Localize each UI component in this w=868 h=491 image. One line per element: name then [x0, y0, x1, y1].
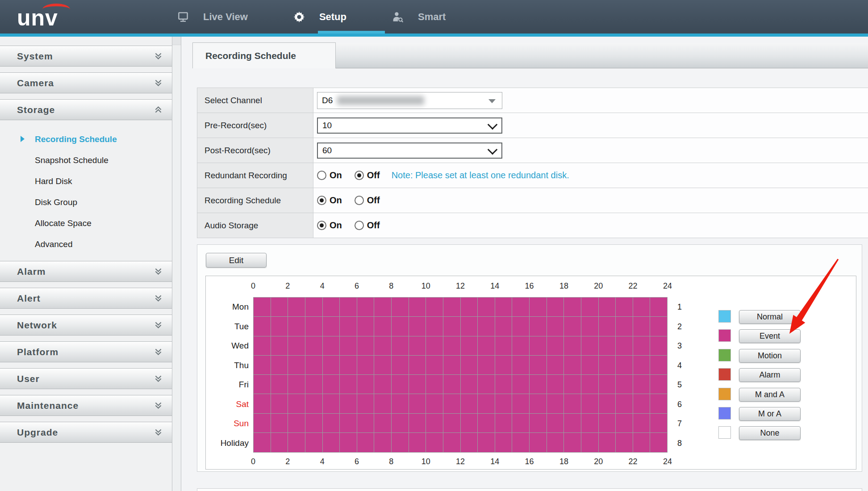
schedule-cell[interactable]	[357, 433, 375, 452]
nav-item-smart[interactable]: Smart	[391, 0, 446, 34]
schedule-cell[interactable]	[633, 375, 651, 394]
schedule-cell[interactable]	[409, 375, 426, 394]
schedule-cell[interactable]	[547, 317, 564, 336]
schedule-cell[interactable]	[426, 298, 443, 316]
schedule-cell[interactable]	[512, 317, 530, 336]
schedule-cell[interactable]	[288, 433, 305, 452]
schedule-cell[interactable]	[599, 394, 616, 413]
legend-button-alarm[interactable]: Alarm	[739, 368, 801, 382]
schedule-cell[interactable]	[495, 414, 513, 432]
schedule-cell[interactable]	[443, 356, 461, 374]
schedule-cell[interactable]	[547, 394, 564, 413]
schedule-cell[interactable]	[254, 414, 271, 432]
schedule-cell[interactable]	[443, 336, 461, 355]
schedule-cell[interactable]	[633, 414, 651, 432]
schedule-cell[interactable]	[271, 394, 288, 413]
schedule-cell[interactable]	[461, 298, 478, 316]
schedule-cell[interactable]	[650, 356, 667, 374]
schedule-cell[interactable]	[426, 414, 443, 432]
sidebar-item-advanced[interactable]: Advanced	[0, 234, 172, 255]
schedule-cell[interactable]	[616, 414, 633, 432]
schedule-cell[interactable]	[340, 433, 357, 452]
schedule-cell[interactable]	[530, 394, 547, 413]
schedule-cell[interactable]	[323, 394, 340, 413]
sidebar-section-network[interactable]: Network	[0, 315, 172, 336]
schedule-cell[interactable]	[650, 298, 667, 316]
schedule-cell[interactable]	[323, 375, 340, 394]
schedule-cell[interactable]	[461, 317, 478, 336]
schedule-cell[interactable]	[478, 375, 495, 394]
radio-redundant-recording-off[interactable]: Off	[355, 170, 380, 180]
nav-item-live-view[interactable]: Live View	[176, 0, 248, 34]
schedule-cell[interactable]	[495, 433, 513, 452]
schedule-cell[interactable]	[323, 356, 340, 374]
schedule-cell[interactable]	[426, 375, 443, 394]
schedule-cell[interactable]	[530, 433, 547, 452]
schedule-cell[interactable]	[581, 433, 599, 452]
schedule-cell[interactable]	[512, 414, 530, 432]
schedule-cell[interactable]	[530, 336, 547, 355]
schedule-cell[interactable]	[478, 433, 495, 452]
schedule-cell[interactable]	[581, 394, 599, 413]
schedule-cell[interactable]	[581, 356, 599, 374]
schedule-cell[interactable]	[581, 298, 599, 316]
schedule-cell[interactable]	[271, 414, 288, 432]
schedule-cell[interactable]	[426, 433, 443, 452]
schedule-cell[interactable]	[426, 394, 443, 413]
sidebar-item-disk-group[interactable]: Disk Group	[0, 192, 172, 213]
schedule-cell[interactable]	[357, 336, 375, 355]
schedule-cell[interactable]	[461, 414, 478, 432]
schedule-cell[interactable]	[564, 433, 581, 452]
schedule-cell[interactable]	[374, 336, 392, 355]
schedule-cell[interactable]	[599, 433, 616, 452]
schedule-cell[interactable]	[305, 394, 323, 413]
schedule-cell[interactable]	[374, 298, 392, 316]
schedule-cell[interactable]	[357, 414, 375, 432]
schedule-cell[interactable]	[323, 298, 340, 316]
schedule-cell[interactable]	[530, 356, 547, 374]
schedule-cell[interactable]	[478, 356, 495, 374]
select-channel-dropdown[interactable]: D6	[317, 92, 502, 109]
schedule-cell[interactable]	[392, 414, 409, 432]
schedule-cell[interactable]	[392, 336, 409, 355]
radio-audio-storage-on[interactable]: On	[317, 220, 342, 231]
schedule-cell[interactable]	[495, 336, 513, 355]
schedule-cell[interactable]	[305, 336, 323, 355]
schedule-cell[interactable]	[581, 336, 599, 355]
schedule-cell[interactable]	[357, 394, 375, 413]
schedule-cell[interactable]	[323, 336, 340, 355]
schedule-cell[interactable]	[512, 394, 530, 413]
schedule-cell[interactable]	[564, 375, 581, 394]
pre-record-select[interactable]: 10	[317, 118, 502, 134]
schedule-cell[interactable]	[357, 356, 375, 374]
schedule-cell[interactable]	[409, 433, 426, 452]
schedule-cell[interactable]	[323, 414, 340, 432]
schedule-cell[interactable]	[495, 298, 513, 316]
schedule-cell[interactable]	[616, 317, 633, 336]
schedule-cell[interactable]	[340, 414, 357, 432]
schedule-cell[interactable]	[512, 336, 530, 355]
schedule-cell[interactable]	[357, 317, 375, 336]
schedule-cell[interactable]	[305, 375, 323, 394]
schedule-cell[interactable]	[409, 356, 426, 374]
edit-button[interactable]: Edit	[206, 253, 267, 268]
tab-recording-schedule[interactable]: Recording Schedule	[192, 42, 336, 68]
schedule-cell[interactable]	[271, 356, 288, 374]
schedule-cell[interactable]	[512, 298, 530, 316]
schedule-cell[interactable]	[254, 298, 271, 316]
schedule-cell[interactable]	[340, 356, 357, 374]
sidebar-section-alarm[interactable]: Alarm	[0, 261, 172, 282]
schedule-cell[interactable]	[392, 317, 409, 336]
schedule-cell[interactable]	[650, 414, 667, 432]
schedule-cell[interactable]	[254, 317, 271, 336]
schedule-cell[interactable]	[305, 356, 323, 374]
schedule-cell[interactable]	[581, 317, 599, 336]
schedule-cell[interactable]	[374, 375, 392, 394]
radio-audio-storage-off[interactable]: Off	[355, 220, 380, 231]
schedule-cell[interactable]	[374, 317, 392, 336]
schedule-cell[interactable]	[616, 356, 633, 374]
schedule-cell[interactable]	[547, 414, 564, 432]
schedule-cell[interactable]	[340, 394, 357, 413]
schedule-cell[interactable]	[478, 317, 495, 336]
sidebar-section-camera[interactable]: Camera	[0, 72, 172, 93]
